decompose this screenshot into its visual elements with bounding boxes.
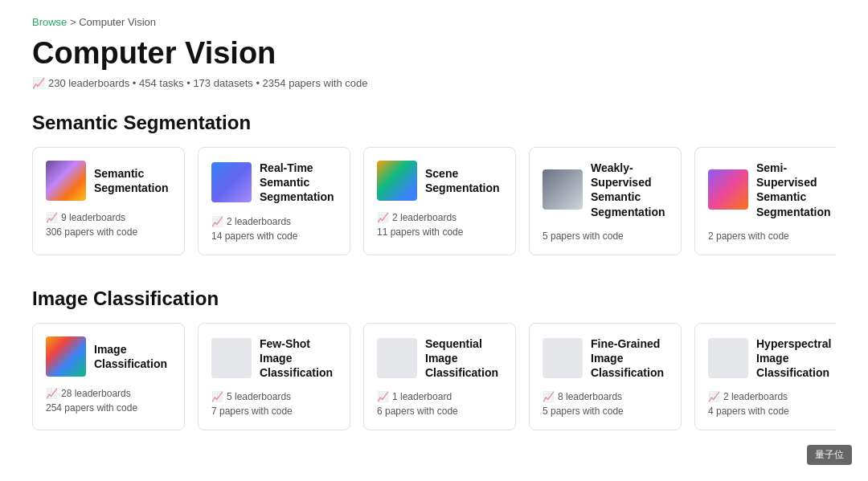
card-header: Semi-Supervised Semantic Segmentation (708, 161, 833, 219)
stats-bar: 📈 230 leaderboards • 454 tasks • 173 dat… (32, 77, 836, 89)
card-thumbnail (377, 338, 417, 378)
card-name: Semi-Supervised Semantic Segmentation (756, 161, 833, 219)
mini-chart-icon: 📈 (46, 388, 58, 399)
cards-row: Semantic Segmentation📈 9 leaderboards306… (32, 147, 836, 255)
section-title: Semantic Segmentation (32, 112, 836, 134)
card-header: Semantic Segmentation (46, 161, 171, 201)
card-name: Real-Time Semantic Segmentation (260, 161, 337, 205)
card-thumbnail (211, 338, 252, 378)
card-leaderboards: 📈 1 leaderboard (377, 391, 502, 402)
section-semantic-segmentation: Semantic SegmentationSemantic Segmentati… (32, 112, 836, 255)
card-name: Scene Segmentation (425, 166, 502, 195)
card-hyperspectral-imgclass[interactable]: Hyperspectral Image Classification📈 2 le… (694, 323, 836, 431)
card-header: Hyperspectral Image Classification (708, 336, 833, 381)
card-thumbnail (377, 161, 417, 201)
card-papers: 254 papers with code (46, 402, 171, 414)
cards-row: Image Classification📈 28 leaderboards254… (32, 323, 836, 431)
card-header: Real-Time Semantic Segmentation (211, 161, 337, 205)
card-papers: 11 papers with code (377, 226, 502, 238)
card-header: Scene Segmentation (377, 161, 502, 201)
card-name: Fine-Grained Image Classification (591, 336, 668, 381)
page-title: Computer Vision (32, 36, 836, 71)
mini-chart-icon: 📈 (46, 212, 58, 223)
browse-link[interactable]: Browse (32, 16, 67, 28)
stats-text: 230 leaderboards • 454 tasks • 173 datas… (48, 77, 367, 89)
card-papers: 5 papers with code (542, 406, 668, 417)
card-header: Few-Shot Image Classification (211, 336, 337, 381)
card-leaderboards: 📈 2 leaderboards (377, 212, 502, 223)
card-name: Semantic Segmentation (94, 166, 171, 195)
section-title: Image Classification (32, 287, 836, 310)
card-thumbnail (708, 338, 748, 378)
card-header: Fine-Grained Image Classification (542, 336, 668, 381)
breadcrumb-separator: > (70, 16, 79, 28)
card-semantic-seg[interactable]: Semantic Segmentation📈 9 leaderboards306… (32, 147, 185, 255)
card-papers: 6 papers with code (377, 406, 502, 417)
card-name: Sequential Image Classification (425, 336, 502, 381)
card-thumbnail (211, 162, 252, 202)
card-img-class[interactable]: Image Classification📈 28 leaderboards254… (32, 323, 185, 431)
watermark: 量子位 (807, 445, 852, 465)
mini-chart-icon: 📈 (377, 212, 389, 223)
card-papers: 4 papers with code (708, 406, 833, 417)
mini-chart-icon: 📈 (377, 391, 389, 402)
card-papers: 7 papers with code (211, 406, 337, 417)
breadcrumb: Browse > Computer Vision (32, 16, 836, 28)
mini-chart-icon: 📈 (211, 216, 223, 227)
card-papers: 2 papers with code (708, 230, 833, 242)
card-leaderboards: 📈 2 leaderboards (211, 216, 337, 227)
card-header: Weakly-Supervised Semantic Segmentation (542, 161, 668, 219)
card-thumbnail (46, 336, 86, 377)
section-image-classification: Image ClassificationImage Classification… (32, 287, 836, 431)
card-name: Hyperspectral Image Classification (756, 336, 833, 381)
card-papers: 14 papers with code (211, 230, 337, 242)
card-thumbnail (542, 338, 583, 378)
card-name: Weakly-Supervised Semantic Segmentation (591, 161, 668, 219)
mini-chart-icon: 📈 (542, 391, 555, 402)
mini-chart-icon: 📈 (708, 391, 720, 402)
card-realtime-semantic-seg[interactable]: Real-Time Semantic Segmentation📈 2 leade… (198, 147, 350, 255)
card-scene-seg[interactable]: Scene Segmentation📈 2 leaderboards11 pap… (363, 147, 516, 255)
card-name: Few-Shot Image Classification (260, 336, 337, 381)
card-fewshot-imgclass[interactable]: Few-Shot Image Classification📈 5 leaderb… (198, 323, 350, 431)
card-leaderboards: 📈 5 leaderboards (211, 391, 337, 402)
card-header: Sequential Image Classification (377, 336, 502, 381)
card-leaderboards: 📈 8 leaderboards (542, 391, 668, 402)
card-semi-supervised[interactable]: Semi-Supervised Semantic Segmentation2 p… (694, 147, 836, 255)
card-leaderboards: 📈 9 leaderboards (46, 212, 171, 223)
card-sequential-imgclass[interactable]: Sequential Image Classification📈 1 leade… (363, 323, 516, 431)
card-thumbnail (542, 169, 583, 210)
card-leaderboards: 📈 2 leaderboards (708, 391, 833, 402)
card-finegrained-imgclass[interactable]: Fine-Grained Image Classification📈 8 lea… (529, 323, 682, 431)
card-thumbnail (46, 161, 86, 201)
card-papers: 5 papers with code (542, 230, 668, 242)
card-header: Image Classification (46, 336, 171, 377)
card-leaderboards: 📈 28 leaderboards (46, 388, 171, 399)
mini-chart-icon: 📈 (211, 391, 223, 402)
card-papers: 306 papers with code (46, 226, 171, 238)
card-name: Image Classification (94, 342, 171, 371)
breadcrumb-current: Computer Vision (79, 16, 156, 28)
card-thumbnail (708, 169, 748, 210)
card-weakly-supervised[interactable]: Weakly-Supervised Semantic Segmentation5… (529, 147, 682, 255)
chart-icon: 📈 (32, 77, 45, 89)
